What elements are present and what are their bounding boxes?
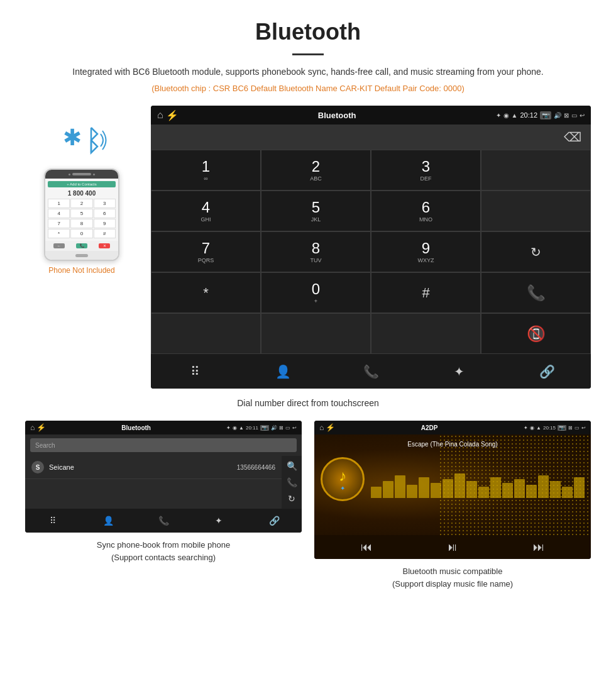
key-7-letters: PQRS	[198, 257, 214, 263]
android-dialer-screen: ⌂ ⚡ Bluetooth ✦ ◉ ▲ 20:12 📷 🔊 ⊠ ▭ ↩ ⌫	[151, 106, 591, 389]
phone-key-star[interactable]: *	[48, 229, 70, 238]
key-4[interactable]: 4 GHI	[151, 191, 261, 231]
mu-back-icon: ↩	[581, 425, 586, 431]
key-0-letters: +	[314, 298, 317, 304]
nav-contacts-button[interactable]: 👤	[239, 354, 327, 389]
next-track-button[interactable]: ⏭	[533, 541, 544, 554]
phone-home-bar	[45, 251, 118, 260]
bluetooth-icon-area: ✱	[57, 118, 107, 162]
main-content-area: ✱ + Add to Contacts	[0, 106, 616, 389]
key-5[interactable]: 5 JKL	[261, 191, 371, 231]
key-0[interactable]: 0 +	[261, 272, 371, 313]
pb-nav-keypad[interactable]: ⠿	[25, 509, 80, 533]
search-input[interactable]: Search	[30, 438, 297, 452]
pb-nav-link[interactable]: 🔗	[246, 509, 302, 533]
pb-nav-contacts[interactable]: 👤	[80, 509, 136, 533]
play-pause-button[interactable]: ⏯	[447, 541, 458, 554]
phone-btn-call[interactable]: 📞	[76, 243, 87, 248]
pb-usb-icon: ⚡	[36, 423, 46, 432]
key-1-number: 1	[202, 159, 210, 174]
phone-btn-end[interactable]: ✕	[99, 243, 110, 248]
mu-win-icon: ▭	[575, 425, 580, 431]
key-3-number: 3	[422, 159, 430, 174]
music-caption: Bluetooth music compatible(Support displ…	[392, 565, 513, 590]
nav-bluetooth-button[interactable]: ✦	[415, 354, 503, 389]
key-7-number: 7	[202, 241, 210, 256]
reload-action-icon[interactable]: ↻	[288, 494, 295, 504]
phone-key-6[interactable]: 6	[94, 209, 116, 218]
key-1[interactable]: 1 ∞	[151, 150, 261, 191]
usb-icon: ⚡	[166, 109, 179, 121]
music-screen-item: ⌂ ⚡ A2DP ✦ ◉ ▲ 20:15 📷 ⊠ ▭ ↩	[314, 421, 591, 590]
back-icon: ↩	[580, 112, 585, 119]
prev-track-button[interactable]: ⏮	[361, 541, 372, 554]
eq-bar	[478, 487, 489, 498]
nav-link-button[interactable]: 🔗	[503, 354, 591, 389]
eq-bar	[395, 475, 405, 498]
eq-bar	[490, 477, 501, 498]
key-star-symbol: *	[203, 285, 209, 301]
phone-key-5[interactable]: 5	[70, 209, 92, 218]
key-4-number: 4	[202, 200, 210, 215]
phonebook-status-left: ⌂ ⚡	[30, 423, 46, 432]
key-call-red[interactable]: 📵	[481, 313, 591, 354]
phonebook-body: S Seicane 13566664466 🔍 📞 ↻	[25, 456, 302, 509]
key-2[interactable]: 2 ABC	[261, 150, 371, 191]
location-icon: ◉	[503, 112, 509, 119]
pb-cam-icon: 📷	[260, 425, 269, 431]
music-note-icon: ♪	[339, 467, 346, 485]
pb-nav-phone[interactable]: 📞	[136, 509, 191, 533]
key-3-letters: DEF	[421, 175, 432, 182]
music-status-icons: ✦ ◉ ▲ 20:15 📷 ⊠ ▭ ↩	[524, 425, 586, 431]
phone-key-3[interactable]: 3	[94, 199, 116, 208]
key-3[interactable]: 3 DEF	[371, 150, 481, 191]
search-action-icon[interactable]: 🔍	[287, 461, 297, 471]
volume-icon: 🔊	[554, 112, 561, 119]
music-screen-body: Escape (The Pina Colada Song) ♪ ✦	[314, 434, 591, 535]
key-reload[interactable]: ↻	[481, 231, 591, 272]
key-hash[interactable]: #	[371, 272, 481, 313]
music-status-left: ⌂ ⚡	[319, 423, 335, 432]
mu-home-icon: ⌂	[319, 423, 324, 432]
eq-bar	[502, 483, 513, 498]
key-9[interactable]: 9 WXYZ	[371, 231, 481, 272]
key-7[interactable]: 7 PQRS	[151, 231, 261, 272]
phonebook-caption: Sync phone-book from mobile phone(Suppor…	[97, 539, 230, 563]
music-statusbar: ⌂ ⚡ A2DP ✦ ◉ ▲ 20:15 📷 ⊠ ▭ ↩	[314, 421, 591, 434]
pb-win-icon: ▭	[285, 425, 290, 431]
contact-name: Seicane	[49, 463, 232, 471]
phone-key-1[interactable]: 1	[48, 199, 70, 208]
specs-line: (Bluetooth chip : CSR BC6 Default Blueto…	[0, 84, 616, 93]
contact-phone: 13566664466	[237, 464, 275, 471]
phone-key-8[interactable]: 8	[70, 219, 92, 228]
phone-key-7[interactable]: 7	[48, 219, 70, 228]
phonebook-screen-item: ⌂ ⚡ Bluetooth ✦ ◉ ▲ 20:11 📷 🔊 ⊠ ▭ ↩	[25, 421, 302, 590]
eq-bar	[419, 477, 429, 498]
key-2-letters: ABC	[310, 175, 322, 182]
key-8[interactable]: 8 TUV	[261, 231, 371, 272]
phone-key-hash[interactable]: #	[94, 229, 116, 238]
phone-home-button	[75, 254, 88, 257]
phone-key-2[interactable]: 2	[70, 199, 92, 208]
song-title: Escape (The Pina Colada Song)	[407, 441, 497, 448]
key-star[interactable]: *	[151, 272, 261, 313]
nav-keypad-button[interactable]: ⠿	[151, 354, 239, 389]
contact-row[interactable]: S Seicane 13566664466	[25, 456, 282, 479]
key-empty-2	[481, 191, 591, 231]
phone-key-0[interactable]: 0	[70, 229, 92, 238]
nav-phone-button[interactable]: 📞	[327, 354, 415, 389]
phone-action-icon[interactable]: 📞	[287, 477, 297, 487]
key-call-green[interactable]: 📞	[481, 272, 591, 313]
eq-bar	[431, 483, 441, 498]
phone-speaker	[72, 173, 91, 175]
key-6[interactable]: 6 MNO	[371, 191, 481, 231]
key-5-number: 5	[312, 200, 320, 215]
pb-nav-bt[interactable]: ✦	[191, 509, 246, 533]
phone-key-4[interactable]: 4	[48, 209, 70, 218]
backspace-button[interactable]: ⌫	[564, 130, 581, 145]
phone-btn-back[interactable]: ←	[53, 243, 65, 248]
bluetooth-status-icon: ✦	[496, 112, 501, 119]
phone-key-9[interactable]: 9	[94, 219, 116, 228]
album-art-content: ♪ ✦	[339, 467, 346, 492]
home-icon: ⌂	[157, 109, 163, 121]
